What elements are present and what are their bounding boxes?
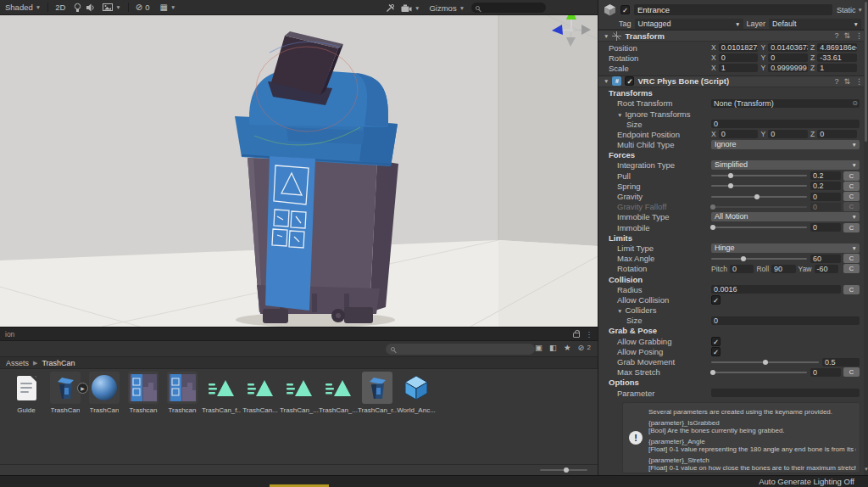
pull-slider[interactable] bbox=[711, 175, 807, 176]
asset-item-11[interactable]: World_Anc... bbox=[401, 372, 431, 414]
allow-grabbing-checkbox[interactable]: ✓ bbox=[711, 337, 721, 346]
pull-slider-thumb[interactable] bbox=[728, 173, 733, 178]
position-z-field[interactable]: 4.869186e-07 bbox=[817, 43, 857, 52]
scene-audio-toggle[interactable] bbox=[84, 0, 97, 15]
favorites-star-icon[interactable]: ★ bbox=[564, 343, 571, 352]
position-x-field[interactable]: 0.01018273 bbox=[719, 43, 759, 52]
ignore-transforms-foldout-icon[interactable]: ▼ bbox=[617, 112, 622, 118]
gravity-value-field[interactable]: 0 bbox=[810, 193, 841, 201]
limit-rotation-roll-field[interactable]: 90 bbox=[771, 265, 796, 273]
axis-back-cone[interactable] bbox=[566, 37, 576, 47]
endpoint-position-x-field[interactable]: 0 bbox=[719, 130, 759, 138]
effects-dropdown[interactable]: ▼ bbox=[97, 0, 125, 15]
scale-x-field[interactable]: 1 bbox=[719, 64, 759, 72]
asset-item-3[interactable]: TrashCan bbox=[89, 372, 120, 414]
parameter-field[interactable] bbox=[711, 389, 860, 397]
limit-rotation-copy-button[interactable]: C bbox=[843, 264, 860, 273]
gravity-falloff-slider[interactable] bbox=[711, 206, 807, 208]
asset-item-8[interactable]: TrashCan_... bbox=[284, 372, 314, 414]
breadcrumb-current-folder[interactable]: TrashCan bbox=[42, 359, 75, 367]
spring-copy-button[interactable]: C bbox=[843, 182, 860, 191]
gameobject-active-checkbox[interactable]: ✓ bbox=[620, 5, 630, 14]
radius-copy-button[interactable]: C bbox=[843, 285, 860, 294]
max-angle-slider-thumb[interactable] bbox=[741, 256, 746, 261]
physbone-enabled-checkbox[interactable]: ✓ bbox=[625, 76, 634, 86]
spring-value-field[interactable]: 0.2 bbox=[810, 182, 841, 190]
ignore-transforms-size-field[interactable]: 0 bbox=[711, 120, 860, 128]
asset-item-5[interactable]: Trashcan bbox=[167, 372, 198, 414]
kebab-menu-icon[interactable]: ⋮ bbox=[855, 77, 863, 86]
max-angle-copy-button[interactable]: C bbox=[843, 254, 860, 263]
hidden-objects-button[interactable]: ⊘ 0 bbox=[131, 0, 155, 15]
max-angle-value-field[interactable]: 60 bbox=[810, 255, 841, 263]
scene-search-input[interactable] bbox=[471, 3, 546, 13]
help-icon[interactable]: ? bbox=[834, 31, 838, 40]
immobile-slider[interactable] bbox=[711, 227, 807, 228]
gravity-falloff-slider-thumb[interactable] bbox=[710, 204, 715, 210]
immobile-slider-thumb[interactable] bbox=[710, 225, 715, 230]
rotation-z-field[interactable]: -33.61 bbox=[817, 53, 857, 62]
static-dropdown[interactable]: Static ▼ bbox=[837, 6, 863, 14]
grab-movement-slider-thumb[interactable] bbox=[763, 360, 768, 365]
immobile-copy-button[interactable]: C bbox=[843, 223, 860, 232]
scroll-down-arrow[interactable]: ▼ bbox=[864, 467, 868, 472]
foldout-icon[interactable]: ▼ bbox=[604, 33, 609, 39]
immobile-type-dropdown[interactable]: All Motion▼ bbox=[711, 212, 860, 221]
asset-item-4[interactable]: Trashcan bbox=[128, 372, 159, 414]
lock-icon[interactable] bbox=[573, 333, 580, 338]
max-stretch-slider-thumb[interactable] bbox=[710, 370, 715, 375]
asset-item-10[interactable]: TrashCan_r... bbox=[362, 372, 392, 414]
scene-viewport-render[interactable] bbox=[0, 15, 598, 327]
axis-x-cone[interactable] bbox=[581, 25, 591, 35]
kebab-menu-icon[interactable]: ⋮ bbox=[586, 330, 593, 339]
asset-item-2[interactable]: ▶TrashCan bbox=[50, 372, 81, 414]
ignore-transforms-foldout[interactable]: ▼Ignore Transforms bbox=[604, 109, 711, 119]
gizmos-dropdown[interactable]: Gizmos ▼ bbox=[424, 0, 470, 15]
gravity-slider-thumb[interactable] bbox=[754, 194, 760, 199]
scrollbar-thumb[interactable] bbox=[865, 2, 867, 142]
draw-mode-dropdown[interactable]: Shaded ▼ bbox=[0, 0, 46, 15]
scale-z-field[interactable]: 1 bbox=[817, 64, 857, 72]
gameobject-name-field[interactable]: Entrance bbox=[634, 4, 832, 15]
inspector-scrollbar[interactable]: ▼ bbox=[864, 0, 868, 475]
filter-by-type-icon[interactable]: ▣ bbox=[535, 343, 542, 352]
foldout-icon[interactable]: ▼ bbox=[604, 78, 609, 84]
asset-item-6[interactable]: TrashCan_f... bbox=[206, 372, 236, 414]
allow-collision-checkbox[interactable]: ✓ bbox=[711, 295, 721, 305]
gravity-copy-button[interactable]: C bbox=[843, 192, 860, 201]
project-search-input[interactable] bbox=[386, 344, 535, 355]
max-stretch-value-field[interactable]: 0 bbox=[810, 368, 841, 377]
pull-value-field[interactable]: 0.2 bbox=[810, 171, 841, 180]
transform-component-header[interactable]: ▼ Transform ?⇅⋮ bbox=[598, 30, 868, 42]
scene-lighting-toggle[interactable] bbox=[70, 0, 84, 15]
expand-play-icon[interactable]: ▶ bbox=[77, 383, 88, 394]
kebab-menu-icon[interactable]: ⋮ bbox=[855, 31, 863, 40]
asset-item-9[interactable]: TrashCan_... bbox=[323, 372, 353, 414]
gravity-falloff-copy-button[interactable]: C bbox=[843, 202, 860, 211]
root-transform-object-field[interactable]: None (Transform)⊙ bbox=[711, 99, 860, 108]
gravity-slider[interactable] bbox=[711, 196, 807, 198]
2d-toggle-button[interactable]: 2D bbox=[50, 0, 70, 15]
help-icon[interactable]: ? bbox=[834, 77, 838, 86]
endpoint-position-y-field[interactable]: 0 bbox=[768, 130, 808, 138]
immobile-value-field[interactable]: 0 bbox=[810, 223, 841, 232]
presets-icon[interactable]: ⇅ bbox=[843, 77, 850, 86]
rotation-x-field[interactable]: 0 bbox=[719, 53, 759, 62]
slider-thumb[interactable] bbox=[564, 467, 569, 473]
colliders-foldout-icon[interactable]: ▼ bbox=[617, 308, 622, 314]
rotation-y-field[interactable]: 0 bbox=[768, 53, 808, 62]
asset-item-1[interactable]: Guide bbox=[11, 372, 42, 414]
tag-dropdown[interactable]: Untagged▼ bbox=[635, 19, 743, 29]
grid-settings-dropdown[interactable]: ▦ ▼ bbox=[154, 0, 181, 15]
project-tab[interactable]: ion bbox=[5, 330, 14, 339]
colliders-size-field[interactable]: 0 bbox=[711, 316, 860, 325]
camera-settings-dropdown[interactable]: ▼ bbox=[398, 0, 422, 15]
multi-child-type-dropdown[interactable]: Ignore▼ bbox=[711, 140, 860, 149]
presets-icon[interactable]: ⇅ bbox=[843, 31, 850, 40]
root-transform-object-picker-icon[interactable]: ⊙ bbox=[852, 99, 858, 108]
spring-slider-thumb[interactable] bbox=[728, 183, 733, 188]
max-stretch-copy-button[interactable]: C bbox=[843, 367, 860, 377]
filter-by-label-icon[interactable]: ◧ bbox=[549, 343, 557, 352]
integration-type-dropdown[interactable]: Simplified▼ bbox=[711, 160, 860, 170]
limit-rotation-pitch-field[interactable]: 0 bbox=[730, 265, 754, 273]
